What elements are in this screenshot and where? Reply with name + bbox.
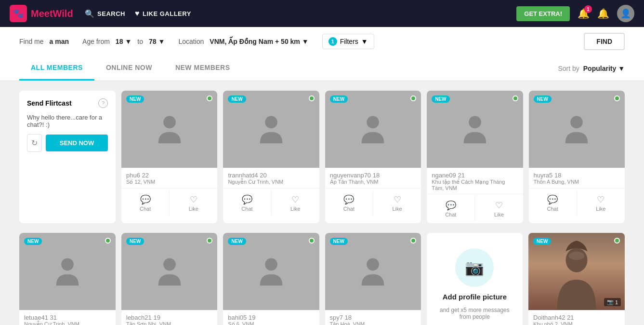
chat-icon: 💬 (446, 200, 456, 211)
nav-search[interactable]: 🔍 SEARCH (85, 9, 125, 18)
online-indicator (207, 95, 212, 101)
heart-icon: ♡ (291, 194, 299, 205)
location-label: Location (178, 38, 204, 45)
age-to-select[interactable]: 78 ▼ (149, 38, 165, 45)
chevron-down-icon-3: ▼ (302, 38, 309, 45)
svg-point-8 (367, 258, 379, 271)
main-nav: 🔍 SEARCH ♥ LIKE GALLERY (85, 9, 191, 18)
heart-icon: ♥ (135, 9, 140, 18)
alerts-button[interactable]: 🔔 (597, 8, 609, 19)
add-photo-text: and get x5 more messages from people (436, 307, 513, 320)
location-select[interactable]: VNM, Ấp Đồng Nam + 50 km ▼ (210, 38, 308, 45)
chat-label: Chat (547, 206, 558, 212)
member-location-letuae41: Nguyễn Cư Trinh, VNM (24, 321, 111, 325)
member-location-spy7: Tân Hoà, VNM (330, 321, 416, 325)
member-name-lebach21: lebach21 19 (126, 314, 212, 321)
like-button-nguyenvanp70[interactable]: ♡ Like (373, 190, 421, 216)
add-photo-box: 📷 Add profile picture and get x5 more me… (427, 233, 523, 325)
sort-by-value-text: Popularity (583, 65, 616, 72)
tab-all-members[interactable]: ALL MEMBERS (19, 56, 94, 81)
chat-button-phu6[interactable]: 💬 Chat (121, 190, 170, 216)
member-info-ngane09: ngane09 21 Khu tập thể Cách Mạng Tháng T… (427, 168, 523, 194)
sort-by-value[interactable]: Popularity ▼ (583, 65, 625, 72)
chat-icon: 💬 (343, 194, 354, 205)
add-photo-title: Add profile picture (443, 293, 507, 301)
notifications-badge: 1 (584, 5, 592, 13)
member-card-letuae41: New letuae41 31 Nguyễn Cư Trinh, VNM 💬 ♡ (19, 233, 116, 325)
member-name-nguyenvanp70: nguyenvanp70 18 (330, 172, 416, 179)
members-row1: Send Flirtcast ? Why hello there...care … (0, 81, 644, 233)
chevron-down-icon: ▼ (125, 38, 131, 45)
logo-icon: 🐾 (10, 5, 27, 22)
send-now-button[interactable]: SEND NOW (46, 135, 108, 151)
svg-point-5 (61, 258, 74, 271)
like-button-huyra5[interactable]: ♡ Like (577, 190, 625, 216)
member-info-nguyenvanp70: nguyenvanp70 18 Ấp Tân Thành, VNM (325, 168, 421, 188)
member-photo-lebach21: New (121, 233, 217, 310)
member-location-nguyenvanp70: Ấp Tân Thành, VNM (330, 179, 416, 185)
svg-point-0 (163, 116, 176, 129)
heart-icon: ♡ (190, 194, 197, 205)
find-button[interactable]: FIND (584, 33, 625, 50)
member-name-spy7: spy7 18 (330, 314, 416, 321)
member-location-ngane09: Khu tập thể Cách Mạng Tháng Tám, VNM (432, 179, 518, 191)
age-from-label: Age from (82, 38, 110, 45)
member-photo-ngane09: New (427, 91, 523, 168)
new-badge: New (534, 95, 552, 103)
tab-new-members[interactable]: NEW MEMBERS (164, 56, 242, 81)
member-info-lebach21: lebach21 19 Tân Sơn Nhì, VNM (121, 310, 217, 325)
member-photo-huyra5: New (529, 91, 625, 168)
svg-point-6 (163, 258, 176, 271)
like-button-trannhatd4[interactable]: ♡ Like (272, 190, 319, 216)
find-me-value: a man (50, 38, 69, 45)
flirtcast-header: Send Flirtcast ? (27, 98, 108, 108)
member-name-trannhatd4: trannhatd4 20 (228, 172, 314, 179)
flirtcast-refresh-button[interactable]: ↻ (27, 134, 42, 152)
chevron-down-icon-4: ▼ (361, 38, 368, 45)
member-info-bahi05: bahi05 19 Số 6, VNM (223, 310, 319, 325)
like-label: Like (494, 212, 504, 217)
heart-icon: ♡ (394, 194, 401, 205)
online-indicator (309, 95, 315, 101)
header: 🐾 MeetWild 🔍 SEARCH ♥ LIKE GALLERY GET E… (0, 0, 644, 27)
svg-point-10 (569, 252, 584, 260)
member-card-doithanh42: New 📷 1 Doithanh42 21 Khu phố 2, VNM 💬 ♡ (528, 233, 625, 325)
member-actions-nguyenvanp70: 💬 Chat ♡ Like (325, 188, 421, 217)
like-button-ngane09[interactable]: ♡ Like (475, 196, 523, 221)
new-badge: New (533, 238, 551, 245)
nav-like-gallery[interactable]: ♥ LIKE GALLERY (135, 9, 191, 18)
member-card-spy7: New spy7 18 Tân Hoà, VNM 💬 ♡ (325, 233, 421, 325)
flirtcast-help-button[interactable]: ? (98, 98, 108, 108)
member-photo-phu6: New (121, 91, 217, 168)
notifications-button[interactable]: 🔔 1 (578, 8, 590, 19)
age-from-select[interactable]: 18 ▼ (116, 38, 131, 45)
svg-point-3 (469, 116, 481, 129)
svg-point-4 (570, 116, 583, 129)
member-location-bahi05: Số 6, VNM (228, 321, 314, 325)
member-card-lebach21: New lebach21 19 Tân Sơn Nhì, VNM 💬 ♡ (121, 233, 217, 325)
new-badge: New (432, 95, 449, 103)
get-extra-button[interactable]: GET EXTRA! (516, 6, 570, 21)
member-actions-huyra5: 💬 Chat ♡ Like (529, 188, 625, 217)
chat-button-trannhatd4[interactable]: 💬 Chat (223, 190, 271, 216)
filters-button[interactable]: 1 Filters ▼ (322, 34, 374, 49)
chat-button-nguyenvanp70[interactable]: 💬 Chat (325, 190, 373, 216)
photo-count: 📷 1 (604, 298, 621, 306)
filter-bar: Find me a man Age from 18 ▼ to 78 ▼ Loca… (0, 27, 644, 56)
chat-button-huyra5[interactable]: 💬 Chat (529, 190, 577, 216)
member-actions-trannhatd4: 💬 Chat ♡ Like (223, 188, 319, 217)
chevron-down-icon-5: ▼ (618, 65, 625, 72)
like-button-phu6[interactable]: ♡ Like (170, 190, 217, 216)
member-name-doithanh42: Doithanh42 21 (533, 314, 620, 321)
like-label: Like (290, 206, 300, 212)
flirtcast-actions: ↻ SEND NOW (27, 134, 108, 152)
heart-icon: ♡ (597, 194, 605, 205)
nav-search-label: SEARCH (97, 10, 125, 17)
header-right: GET EXTRA! 🔔 1 🔔 👤 (516, 5, 634, 22)
chat-button-ngane09[interactable]: 💬 Chat (427, 196, 475, 221)
user-avatar-button[interactable]: 👤 (617, 5, 634, 22)
filters-count-badge: 1 (329, 37, 337, 46)
tab-online-now[interactable]: ONLINE NOW (94, 56, 164, 81)
new-badge: New (24, 238, 42, 245)
member-photo-nguyenvanp70: New (325, 91, 421, 168)
